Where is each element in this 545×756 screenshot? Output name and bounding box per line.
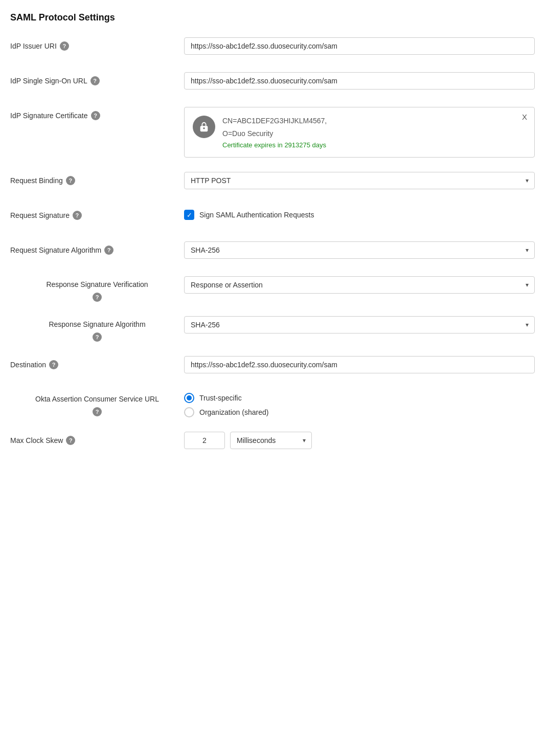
request-signature-label: Request Signature ? — [10, 207, 184, 220]
okta-acs-url-help-icon[interactable]: ? — [93, 407, 102, 416]
destination-row: Destination ? — [10, 356, 535, 376]
okta-acs-url-label: Okta Assertion Consumer Service URL ? — [10, 391, 184, 416]
request-binding-row: Request Binding ? HTTP POST HTTP Redirec… — [10, 172, 535, 192]
okta-acs-url-row: Okta Assertion Consumer Service URL ? Tr… — [10, 391, 535, 417]
request-signature-help-icon[interactable]: ? — [73, 211, 82, 220]
idp-issuer-uri-help-icon[interactable]: ? — [60, 41, 69, 51]
response-sig-algo-select[interactable]: SHA-256 SHA-1 — [184, 316, 535, 333]
idp-sso-url-row: IdP Single Sign-On URL ? — [10, 72, 535, 93]
request-signature-checkbox-label: Sign SAML Authentication Requests — [199, 211, 314, 219]
check-mark-icon: ✓ — [187, 212, 192, 218]
idp-issuer-uri-label: IdP Issuer URI ? — [10, 37, 184, 51]
request-sig-algo-row: Request Signature Algorithm ? SHA-256 SH… — [10, 241, 535, 262]
request-sig-algo-control: SHA-256 SHA-1 ▾ — [184, 241, 535, 259]
request-sig-algo-select-wrapper: SHA-256 SHA-1 ▾ — [184, 241, 535, 259]
max-clock-skew-unit-select[interactable]: Milliseconds Seconds Minutes Hours — [230, 432, 312, 449]
request-binding-select-wrapper: HTTP POST HTTP Redirect ▾ — [184, 172, 535, 189]
cert-box: X CN=ABC1DEF2G3HIJKLM4567, O=Duo Securit… — [184, 107, 535, 158]
request-sig-algo-select[interactable]: SHA-256 SHA-1 — [184, 241, 535, 259]
destination-help-icon[interactable]: ? — [49, 360, 58, 369]
request-signature-checkbox-row: ✓ Sign SAML Authentication Requests — [184, 207, 535, 220]
max-clock-skew-inputs: Milliseconds Seconds Minutes Hours ▾ — [184, 432, 535, 449]
response-sig-algo-row: Response Signature Algorithm ? SHA-256 S… — [10, 316, 535, 342]
idp-sig-cert-help-icon[interactable]: ? — [91, 111, 100, 120]
response-sig-verif-select-wrapper: Response or Assertion Response Assertion… — [184, 276, 535, 294]
request-binding-help-icon[interactable]: ? — [66, 176, 75, 185]
idp-sig-cert-control: X CN=ABC1DEF2G3HIJKLM4567, O=Duo Securit… — [184, 107, 535, 158]
request-binding-label: Request Binding ? — [10, 172, 184, 185]
idp-sig-cert-row: IdP Signature Certificate ? X CN=ABC1DEF… — [10, 107, 535, 158]
cert-name-line1: CN=ABC1DEF2G3HIJKLM4567, — [222, 116, 526, 126]
response-sig-algo-label: Response Signature Algorithm ? — [10, 316, 184, 342]
radio-trust-specific-inner — [187, 395, 192, 401]
response-sig-algo-help-icon[interactable]: ? — [93, 332, 102, 342]
request-signature-row: Request Signature ? ✓ Sign SAML Authenti… — [10, 207, 535, 227]
destination-input[interactable] — [184, 356, 535, 373]
cert-lock-icon — [193, 116, 215, 138]
cert-close-button[interactable]: X — [522, 113, 527, 121]
response-sig-verif-label: Response Signature Verification ? — [10, 276, 184, 302]
request-binding-control: HTTP POST HTTP Redirect ▾ — [184, 172, 535, 189]
destination-label: Destination ? — [10, 356, 184, 369]
idp-sso-url-input[interactable] — [184, 72, 535, 90]
radio-organization-shared-label: Organization (shared) — [199, 408, 268, 416]
idp-sso-url-label: IdP Single Sign-On URL ? — [10, 72, 184, 85]
request-sig-algo-help-icon[interactable]: ? — [104, 246, 113, 255]
idp-sso-url-help-icon[interactable]: ? — [90, 76, 100, 85]
idp-sig-cert-label: IdP Signature Certificate ? — [10, 107, 184, 120]
request-signature-control: ✓ Sign SAML Authentication Requests — [184, 207, 535, 220]
max-clock-skew-unit-wrapper: Milliseconds Seconds Minutes Hours ▾ — [230, 432, 312, 449]
max-clock-skew-help-icon[interactable]: ? — [66, 436, 75, 445]
cert-info: CN=ABC1DEF2G3HIJKLM4567, O=Duo Security … — [222, 116, 526, 149]
idp-issuer-uri-row: IdP Issuer URI ? — [10, 37, 535, 58]
cert-name-line2: O=Duo Security — [222, 128, 526, 139]
idp-issuer-uri-input[interactable] — [184, 37, 535, 55]
max-clock-skew-row: Max Clock Skew ? Milliseconds Seconds Mi… — [10, 432, 535, 452]
cert-expiry: Certificate expires in 2913275 days — [222, 141, 526, 149]
request-sig-algo-label: Request Signature Algorithm ? — [10, 241, 184, 255]
response-sig-algo-control: SHA-256 SHA-1 ▾ — [184, 316, 535, 333]
response-sig-verif-control: Response or Assertion Response Assertion… — [184, 276, 535, 294]
radio-trust-specific-label: Trust-specific — [199, 394, 242, 402]
radio-trust-specific[interactable] — [184, 393, 194, 403]
response-sig-verif-row: Response Signature Verification ? Respon… — [10, 276, 535, 302]
response-sig-verif-select[interactable]: Response or Assertion Response Assertion — [184, 276, 535, 294]
max-clock-skew-control: Milliseconds Seconds Minutes Hours ▾ — [184, 432, 535, 449]
max-clock-skew-value-input[interactable] — [184, 432, 225, 449]
idp-issuer-uri-control — [184, 37, 535, 55]
okta-acs-url-control: Trust-specific Organization (shared) — [184, 391, 535, 417]
radio-organization-shared[interactable] — [184, 407, 194, 417]
max-clock-skew-label: Max Clock Skew ? — [10, 432, 184, 445]
okta-acs-url-radio-group: Trust-specific Organization (shared) — [184, 391, 535, 417]
page-title: SAML Protocol Settings — [10, 12, 535, 23]
radio-trust-specific-row: Trust-specific — [184, 393, 535, 403]
idp-sso-url-control — [184, 72, 535, 90]
request-signature-checkbox[interactable]: ✓ — [184, 210, 194, 220]
destination-control — [184, 356, 535, 373]
response-sig-verif-help-icon[interactable]: ? — [93, 293, 102, 302]
radio-organization-shared-row: Organization (shared) — [184, 407, 535, 417]
request-binding-select[interactable]: HTTP POST HTTP Redirect — [184, 172, 535, 189]
response-sig-algo-select-wrapper: SHA-256 SHA-1 ▾ — [184, 316, 535, 333]
